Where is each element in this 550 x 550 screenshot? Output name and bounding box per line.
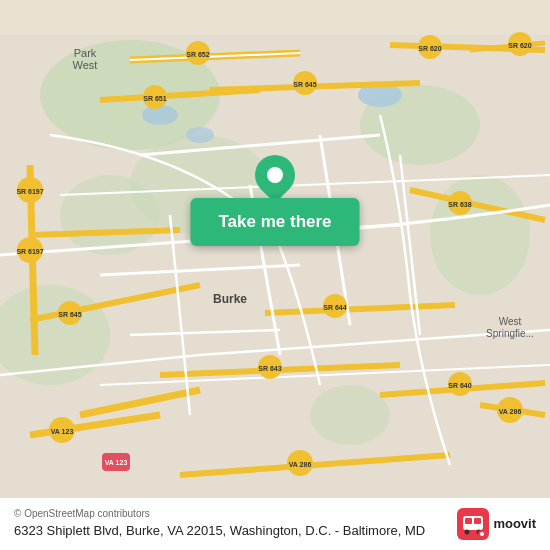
copyright-text: © OpenStreetMap contributors — [14, 508, 447, 519]
svg-text:VA 123: VA 123 — [51, 428, 74, 435]
take-me-there-button[interactable]: Take me there — [190, 198, 359, 246]
svg-text:SR 645: SR 645 — [58, 311, 81, 318]
svg-text:VA 286: VA 286 — [499, 408, 522, 415]
svg-rect-77 — [465, 518, 472, 524]
svg-text:West: West — [499, 316, 522, 327]
svg-point-4 — [310, 385, 390, 445]
svg-text:West: West — [73, 59, 98, 71]
svg-text:SR 620: SR 620 — [418, 45, 441, 52]
svg-point-3 — [430, 175, 530, 295]
svg-text:SR 620: SR 620 — [508, 42, 531, 49]
svg-text:VA 123: VA 123 — [105, 459, 128, 466]
moovit-label: moovit — [493, 516, 536, 531]
svg-text:SR 651: SR 651 — [143, 95, 166, 102]
moovit-logo: moovit — [457, 508, 536, 540]
address-text: 6323 Shiplett Blvd, Burke, VA 22015, Was… — [14, 522, 447, 540]
svg-text:SR 640: SR 640 — [448, 382, 471, 389]
svg-point-8 — [142, 105, 178, 125]
map-svg: SR 652 SR 651 SR 645 SR 620 SR 620 SR 61… — [0, 0, 550, 550]
bottom-bar: © OpenStreetMap contributors 6323 Shiple… — [0, 497, 550, 550]
svg-text:VA 286: VA 286 — [289, 461, 312, 468]
svg-text:SR 652: SR 652 — [186, 51, 209, 58]
svg-point-82 — [480, 532, 484, 536]
svg-text:Park: Park — [74, 47, 97, 59]
svg-text:SR 6197: SR 6197 — [16, 188, 43, 195]
map-container: SR 652 SR 651 SR 645 SR 620 SR 620 SR 61… — [0, 0, 550, 550]
svg-text:Springfie...: Springfie... — [486, 328, 534, 339]
svg-text:Burke: Burke — [213, 292, 247, 306]
svg-point-10 — [186, 127, 214, 143]
moovit-icon — [457, 508, 489, 540]
svg-text:SR 645: SR 645 — [293, 81, 316, 88]
svg-text:SR 643: SR 643 — [258, 365, 281, 372]
svg-rect-78 — [474, 518, 481, 524]
svg-text:SR 638: SR 638 — [448, 201, 471, 208]
svg-text:SR 6197: SR 6197 — [16, 248, 43, 255]
svg-text:SR 644: SR 644 — [323, 304, 346, 311]
svg-point-79 — [465, 529, 470, 534]
map-pin — [255, 155, 295, 195]
address-block: © OpenStreetMap contributors 6323 Shiple… — [14, 508, 447, 540]
